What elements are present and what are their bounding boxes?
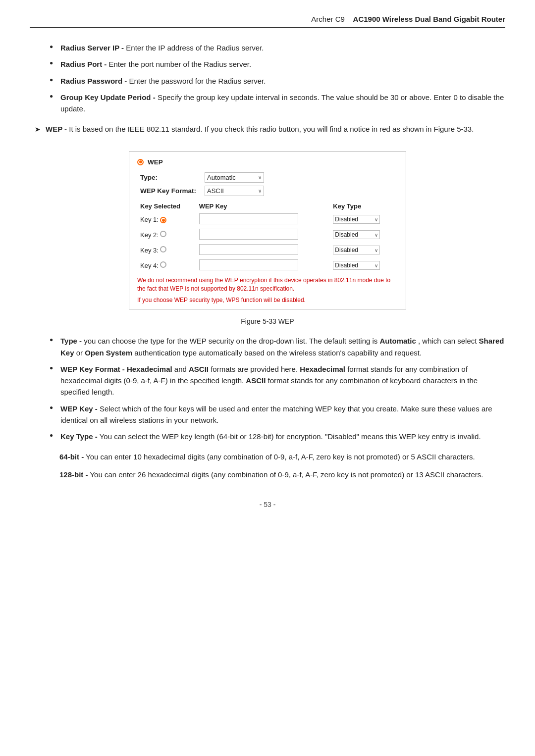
wep-key-format-text1: and bbox=[174, 365, 189, 373]
bullet-text: Enter the port number of the Radius serv… bbox=[109, 60, 252, 68]
wep-key-label: WEP Key - bbox=[60, 404, 98, 413]
list-item: WEP Key - Select which of the four keys … bbox=[50, 403, 505, 426]
key4-radio[interactable] bbox=[160, 261, 166, 268]
list-item: Radius Password - Enter the password for… bbox=[50, 75, 505, 87]
col-wep-key: WEP Key bbox=[196, 202, 330, 212]
key3-type-value: Disabled bbox=[335, 247, 358, 253]
type-detail-text4: authentication type automatically based … bbox=[134, 349, 422, 357]
wep-warning2: If you choose WEP security type, WPS fun… bbox=[137, 296, 398, 304]
table-row: Key 3: Disabled ∨ bbox=[137, 243, 398, 258]
bullet-text: Enter the password for the Radius server… bbox=[129, 77, 266, 85]
64bit-text: You can enter 10 hexadecimal digits (any… bbox=[86, 453, 475, 461]
key1-radio[interactable] bbox=[160, 217, 166, 223]
wep-arrow-item: ➤ WEP - It is based on the IEEE 802.11 s… bbox=[35, 123, 505, 135]
key2-radio[interactable] bbox=[160, 231, 166, 237]
type-select-value: Automatic bbox=[207, 174, 236, 181]
type-detail-label: Type - bbox=[60, 337, 82, 345]
format-select-cell: ASCII ∨ bbox=[202, 184, 398, 198]
format-select-value: ASCII bbox=[207, 187, 224, 195]
wep-form-table: Type: Automatic ∨ WEP Key Format: ASCII … bbox=[137, 171, 398, 198]
type-detail-text: you can choose the type for the WEP secu… bbox=[84, 337, 379, 345]
chevron-down-icon: ∨ bbox=[374, 232, 378, 238]
key3-input[interactable] bbox=[199, 244, 298, 255]
page-number: - 53 - bbox=[30, 501, 505, 508]
page-header: Archer C9 AC1900 Wireless Dual Band Giga… bbox=[30, 15, 505, 28]
wep-key-text: Select which of the four keys will be us… bbox=[60, 404, 492, 424]
key3-radio[interactable] bbox=[160, 246, 166, 252]
type-select[interactable]: Automatic ∨ bbox=[205, 172, 264, 183]
ascii-bold: ASCII bbox=[189, 365, 209, 373]
key2-label: Key 2: bbox=[137, 227, 196, 243]
key4-text: Key 4: bbox=[140, 262, 160, 269]
list-item: Type - you can choose the type for the W… bbox=[50, 335, 505, 358]
key3-type-cell: Disabled ∨ bbox=[330, 243, 398, 258]
list-item: Key Type - You can select the WEP key le… bbox=[50, 431, 505, 442]
bullet-list: Radius Server IP - Enter the IP address … bbox=[50, 42, 505, 114]
key2-input[interactable] bbox=[199, 229, 298, 240]
key4-type-select[interactable]: Disabled ∨ bbox=[333, 261, 380, 270]
key4-input-cell bbox=[196, 258, 330, 273]
table-row: Key 2: Disabled ∨ bbox=[137, 227, 398, 243]
key3-type-select[interactable]: Disabled ∨ bbox=[333, 246, 380, 254]
key2-input-cell bbox=[196, 227, 330, 243]
wep-warning1: We do not recommend using the WEP encryp… bbox=[137, 276, 398, 293]
model-name: Archer C9 bbox=[311, 15, 345, 23]
format-row: WEP Key Format: ASCII ∨ bbox=[137, 184, 398, 198]
wep-title-row: WEP bbox=[137, 158, 398, 166]
wep-radio-button[interactable] bbox=[137, 159, 144, 165]
key2-type-cell: Disabled ∨ bbox=[330, 227, 398, 243]
type-detail-text2: , which can select bbox=[418, 337, 479, 345]
key1-type-value: Disabled bbox=[335, 216, 358, 223]
key2-text: Key 2: bbox=[140, 231, 160, 239]
wep-description: It is based on the IEEE 802.11 standard.… bbox=[69, 125, 474, 133]
key1-type-select[interactable]: Disabled ∨ bbox=[333, 215, 380, 224]
key1-input[interactable] bbox=[199, 213, 298, 224]
wep-figure-box: WEP Type: Automatic ∨ WEP Key Format: bbox=[129, 151, 406, 309]
chevron-down-icon: ∨ bbox=[258, 175, 262, 180]
bullet-label: Radius Port - bbox=[60, 60, 107, 68]
bullet-label: Group Key Update Period - bbox=[60, 93, 156, 101]
chevron-down-icon: ∨ bbox=[374, 248, 378, 253]
key3-input-cell bbox=[196, 243, 330, 258]
type-detail-text3: or bbox=[76, 349, 85, 357]
open-system-bold: Open System bbox=[85, 349, 132, 357]
type-select-cell: Automatic ∨ bbox=[202, 171, 398, 184]
type-label: Type: bbox=[137, 171, 202, 184]
format-select[interactable]: ASCII ∨ bbox=[205, 186, 264, 196]
list-item: Group Key Update Period - Specify the gr… bbox=[50, 92, 505, 115]
product-name: AC1900 Wireless Dual Band Gigabit Router bbox=[353, 15, 505, 23]
key4-input[interactable] bbox=[199, 259, 298, 270]
table-row: Key 1: Disabled ∨ bbox=[137, 212, 398, 227]
detail-bullet-list: Type - you can choose the type for the W… bbox=[50, 335, 505, 442]
page: Archer C9 AC1900 Wireless Dual Band Giga… bbox=[0, 0, 535, 756]
wep-key-format-label: WEP Key Format - Hexadecimal bbox=[60, 365, 172, 373]
key4-label: Key 4: bbox=[137, 258, 196, 273]
key1-input-cell bbox=[196, 212, 330, 227]
header-title: Archer C9 AC1900 Wireless Dual Band Giga… bbox=[311, 15, 505, 23]
automatic-bold: Automatic bbox=[380, 337, 416, 345]
table-row: Key 4: Disabled ∨ bbox=[137, 258, 398, 273]
list-item: Radius Port - Enter the port number of t… bbox=[50, 58, 505, 70]
type-row: Type: Automatic ∨ bbox=[137, 171, 398, 184]
format-label: WEP Key Format: bbox=[137, 184, 202, 198]
key2-type-value: Disabled bbox=[335, 231, 358, 238]
extra-para-128bit: 128-bit - You can enter 26 hexadecimal d… bbox=[59, 469, 505, 481]
list-item: WEP Key Format - Hexadecimal and ASCII f… bbox=[50, 363, 505, 398]
arrow-icon: ➤ bbox=[35, 124, 41, 135]
chevron-down-icon: ∨ bbox=[374, 217, 378, 222]
key2-type-select[interactable]: Disabled ∨ bbox=[333, 230, 380, 239]
key-table-header-row: Key Selected WEP Key Key Type bbox=[137, 202, 398, 212]
128bit-label: 128-bit - bbox=[59, 470, 88, 479]
key-type-text: You can select the WEP key length (64-bi… bbox=[100, 432, 481, 441]
figure-caption: Figure 5-33 WEP bbox=[30, 317, 505, 325]
128bit-text: You can enter 26 hexadecimal digits (any… bbox=[90, 470, 483, 479]
ascii-bold2: ASCII bbox=[246, 376, 266, 385]
extra-para-64bit: 64-bit - You can enter 10 hexadecimal di… bbox=[59, 451, 505, 463]
key4-type-value: Disabled bbox=[335, 262, 358, 269]
key1-text: Key 1: bbox=[140, 216, 160, 223]
col-key-type: Key Type bbox=[330, 202, 398, 212]
wep-box-title: WEP bbox=[148, 158, 163, 166]
bullet-label: Radius Password - bbox=[60, 77, 127, 85]
key-table: Key Selected WEP Key Key Type Key 1: bbox=[137, 202, 398, 273]
key3-text: Key 3: bbox=[140, 247, 160, 254]
